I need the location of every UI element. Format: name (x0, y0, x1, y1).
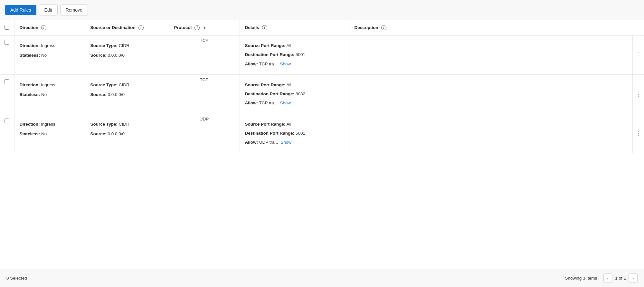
rules-table: Direction i Source or Destination i Prot… (0, 20, 644, 153)
selected-count: 0 Selected (6, 276, 27, 281)
protocol-info-icon[interactable]: i (194, 25, 200, 30)
source-info-icon[interactable]: i (138, 25, 144, 30)
row-details-cell-1: Source Port Range: All Destination Port … (240, 74, 349, 114)
toolbar: Add Rules Edit Remove (0, 0, 644, 20)
row-checkbox-1[interactable] (5, 79, 9, 84)
row-checkbox-cell-2[interactable] (0, 114, 14, 153)
header-details: Details i (240, 20, 349, 35)
show-link-1[interactable]: Show (280, 100, 291, 105)
header-protocol[interactable]: Protocol i ▼ (169, 20, 240, 35)
table-header-row: Direction i Source or Destination i Prot… (0, 20, 644, 35)
row-checkbox-cell-1[interactable] (0, 74, 14, 114)
row-menu-dots-2[interactable]: ⋮ (635, 130, 641, 136)
row-description-cell-0 (349, 35, 632, 75)
row-menu-cell-1[interactable]: ⋮ (632, 74, 644, 114)
row-description-cell-2 (349, 114, 632, 153)
row-direction-cell-0: Direction: Ingress Stateless: No (14, 35, 85, 75)
pagination-next-button[interactable]: › (629, 273, 638, 282)
row-menu-dots-1[interactable]: ⋮ (635, 91, 641, 97)
pagination-prev-button[interactable]: ‹ (603, 273, 612, 282)
row-source-cell-0: Source Type: CIDR Source: 0.0.0.0/0 (85, 35, 169, 75)
header-source-or-destination: Source or Destination i (85, 20, 169, 35)
row-protocol-cell-1: TCP (169, 74, 240, 114)
row-checkbox-0[interactable] (5, 40, 9, 45)
table-row: Direction: Ingress Stateless: No Source … (0, 35, 644, 75)
header-description: Description i (349, 20, 632, 35)
remove-button[interactable]: Remove (60, 5, 88, 15)
row-protocol-cell-0: TCP (169, 35, 240, 75)
row-menu-cell-0[interactable]: ⋮ (632, 35, 644, 75)
row-source-cell-2: Source Type: CIDR Source: 0.0.0.0/0 (85, 114, 169, 153)
row-source-cell-1: Source Type: CIDR Source: 0.0.0.0/0 (85, 74, 169, 114)
table-row: Direction: Ingress Stateless: No Source … (0, 114, 644, 153)
footer: 0 Selected Showing 3 Items ‹ 1 of 1 › (0, 269, 644, 287)
show-link-2[interactable]: Show (280, 140, 291, 145)
description-info-icon[interactable]: i (381, 25, 386, 30)
edit-button[interactable]: Edit (39, 5, 58, 15)
row-menu-dots-0[interactable]: ⋮ (635, 52, 641, 58)
row-details-cell-2: Source Port Range: All Destination Port … (240, 114, 349, 153)
add-rules-button[interactable]: Add Rules (5, 5, 36, 15)
row-details-cell-0: Source Port Range: All Destination Port … (240, 35, 349, 75)
pagination-info: 1 of 1 (615, 276, 626, 281)
pagination: Showing 3 Items ‹ 1 of 1 › (565, 273, 638, 282)
rules-table-container: Direction i Source or Destination i Prot… (0, 20, 644, 153)
show-link-0[interactable]: Show (280, 62, 291, 66)
row-protocol-cell-2: UDP (169, 114, 240, 153)
header-direction: Direction i (14, 20, 85, 35)
row-checkbox-2[interactable] (5, 119, 9, 123)
row-checkbox-cell-0[interactable] (0, 35, 14, 75)
table-row: Direction: Ingress Stateless: No Source … (0, 74, 644, 114)
direction-info-icon[interactable]: i (41, 25, 46, 30)
row-menu-cell-2[interactable]: ⋮ (632, 114, 644, 153)
row-direction-cell-1: Direction: Ingress Stateless: No (14, 74, 85, 114)
select-all-checkbox-header[interactable] (0, 20, 14, 35)
details-info-icon[interactable]: i (262, 25, 267, 30)
select-all-checkbox[interactable] (5, 25, 9, 30)
protocol-sort-icon[interactable]: ▼ (203, 26, 206, 30)
row-description-cell-1 (349, 74, 632, 114)
row-direction-cell-2: Direction: Ingress Stateless: No (14, 114, 85, 153)
showing-text: Showing 3 Items (565, 276, 597, 281)
